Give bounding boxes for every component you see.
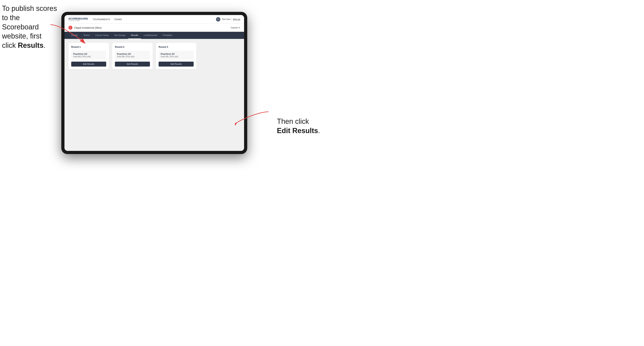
cancel-button[interactable]: Cancel ✕ — [231, 26, 240, 29]
tournament-header: C Clippd Invitational (Men) Cancel ✕ — [64, 24, 244, 32]
tab-bar: Details Teams Course Setup Tee Groups Re… — [64, 32, 244, 39]
top-navigation: SCOREBOARD Powered by clippd TOURNAMENTS… — [64, 15, 244, 24]
round-3-course-name: Peachtree GC — [160, 53, 192, 55]
round-2-edit-results-button[interactable]: Edit Results — [115, 62, 150, 67]
nav-right: TU Test User | Sign out — [216, 17, 240, 21]
rounds-grid: Round 1 Peachtree GC Gold (M) (7010 yds)… — [68, 43, 240, 69]
round-3-course-card: Peachtree GC Gold (M) (7010 yds) — [159, 51, 194, 60]
round-2-card: Round 2 Peachtree GC Gold (M) (7010 yds)… — [112, 43, 153, 69]
logo-sub: Powered by clippd — [68, 20, 88, 21]
tournament-icon: C — [68, 26, 72, 30]
round-1-course-card: Peachtree GC Gold (M) (7010 yds) — [71, 51, 106, 60]
tab-printables[interactable]: Printables — [160, 32, 175, 39]
tournament-name: Clippd Invitational (Men) — [74, 26, 102, 29]
round-3-edit-results-button[interactable]: Edit Results — [159, 62, 194, 67]
tab-leaderboards[interactable]: Leaderboards — [141, 32, 160, 39]
instruction-right: Then click Edit Results. — [277, 117, 320, 136]
user-avatar: TU — [216, 17, 220, 21]
tab-tee-groups[interactable]: Tee Groups — [111, 32, 128, 39]
round-1-course-name: Peachtree GC — [73, 53, 104, 55]
round-1-edit-results-button[interactable]: Edit Results — [71, 62, 106, 67]
tournament-name-area: C Clippd Invitational (Men) — [68, 26, 102, 30]
nav-tournaments[interactable]: TOURNAMENTS — [93, 18, 110, 20]
logo-text: SCOREBOARD — [68, 17, 88, 20]
round-2-title: Round 2 — [115, 46, 150, 48]
tab-teams[interactable]: Teams — [81, 32, 92, 39]
logo-area: SCOREBOARD Powered by clippd — [68, 17, 88, 21]
round-2-course-details: Gold (M) (7010 yds) — [117, 55, 148, 58]
tab-details[interactable]: Details — [68, 32, 81, 39]
round-1-card: Round 1 Peachtree GC Gold (M) (7010 yds)… — [68, 43, 109, 69]
round-3-card: Round 3 Peachtree GC Gold (M) (7010 yds)… — [156, 43, 196, 69]
tablet-device: SCOREBOARD Powered by clippd TOURNAMENTS… — [61, 12, 247, 154]
signout-link[interactable]: Sign out — [233, 18, 240, 20]
round-3-title: Round 3 — [159, 46, 194, 48]
round-1-title: Round 1 — [71, 46, 106, 48]
round-2-course-card: Peachtree GC Gold (M) (7010 yds) — [115, 51, 150, 60]
nav-teams[interactable]: TEAMS — [114, 18, 122, 20]
round-1-course-details: Gold (M) (7010 yds) — [73, 55, 104, 58]
round-2-course-name: Peachtree GC — [117, 53, 148, 55]
instruction-left: To publish scores to the Scoreboard webs… — [2, 4, 57, 50]
tab-course-setup[interactable]: Course Setup — [92, 32, 111, 39]
empty-column — [200, 43, 240, 69]
nav-links: TOURNAMENTS TEAMS — [93, 18, 216, 20]
close-icon: ✕ — [238, 26, 240, 29]
round-3-course-details: Gold (M) (7010 yds) — [160, 55, 192, 58]
main-content: Round 1 Peachtree GC Gold (M) (7010 yds)… — [64, 39, 244, 151]
tablet-screen: SCOREBOARD Powered by clippd TOURNAMENTS… — [64, 15, 244, 151]
tab-results[interactable]: Results — [128, 32, 141, 39]
user-label: Test User | — [222, 18, 232, 20]
